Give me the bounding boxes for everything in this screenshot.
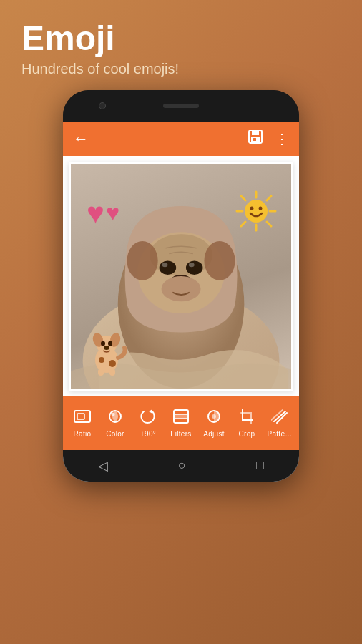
svg-line-25 (241, 222, 245, 226)
header-right: ⋮ (248, 129, 289, 148)
svg-point-34 (108, 341, 112, 346)
phone-screen: ← ⋮ (63, 122, 299, 482)
app-title: Emoji (21, 20, 341, 58)
color-label: Color (106, 430, 124, 438)
svg-point-11 (189, 263, 195, 267)
heart-icon-large: ♥ (87, 196, 104, 230)
toolbar-pattern[interactable]: Patte… (264, 409, 295, 438)
top-header: Emoji Hundreds of cool emojis! (0, 0, 362, 83)
nav-back-button[interactable]: ◁ (98, 458, 108, 474)
rotate-icon (140, 409, 157, 427)
svg-point-33 (101, 341, 105, 346)
svg-line-22 (241, 196, 245, 200)
bottom-toolbar: Ratio Color (63, 396, 299, 450)
adjust-label: Adjust (203, 430, 225, 438)
phone-wrapper: ← ⋮ (0, 90, 362, 644)
hearts-sticker[interactable]: ♥ ♥ (87, 196, 119, 230)
back-button[interactable]: ← (73, 130, 89, 148)
svg-line-24 (267, 196, 271, 200)
svg-rect-38 (98, 369, 104, 376)
svg-rect-3 (253, 138, 256, 141)
app-header-bar: ← ⋮ (63, 122, 299, 156)
filters-label: Filters (170, 430, 191, 438)
filters-icon (172, 409, 190, 427)
dog-emoji-sticker[interactable] (85, 328, 128, 378)
nav-recent-button[interactable]: □ (256, 458, 264, 473)
crop-icon (238, 409, 255, 427)
svg-point-16 (127, 241, 157, 280)
pattern-label: Patte… (267, 430, 292, 438)
phone-camera (99, 102, 106, 109)
svg-line-23 (267, 222, 271, 226)
svg-point-27 (250, 206, 254, 210)
svg-point-8 (160, 260, 177, 275)
save-icon[interactable] (248, 129, 263, 148)
svg-point-35 (104, 346, 109, 350)
color-icon (107, 409, 124, 427)
svg-rect-39 (109, 369, 115, 376)
sun-emoji-sticker[interactable] (234, 189, 278, 233)
svg-rect-41 (77, 414, 84, 419)
toolbar-adjust[interactable]: Adjust (198, 409, 230, 438)
svg-point-26 (245, 200, 268, 223)
svg-point-36 (99, 357, 104, 363)
ratio-label: Ratio (74, 430, 92, 438)
pattern-icon (271, 409, 288, 427)
ratio-icon (74, 409, 91, 427)
svg-rect-45 (174, 414, 188, 419)
svg-point-15 (162, 276, 201, 301)
svg-point-28 (259, 206, 263, 210)
toolbar-color[interactable]: Color (99, 409, 131, 438)
header-left: ← (73, 130, 89, 148)
svg-point-10 (162, 263, 168, 267)
svg-rect-1 (252, 130, 259, 135)
svg-point-7 (150, 234, 212, 276)
svg-point-43 (112, 412, 115, 416)
crop-label: Crop (239, 430, 255, 438)
nav-bar: ◁ ○ □ (63, 450, 299, 482)
more-options-icon[interactable]: ⋮ (275, 130, 289, 147)
adjust-icon (205, 409, 222, 427)
toolbar-ratio[interactable]: Ratio (67, 409, 98, 438)
toolbar-crop[interactable]: Crop (231, 409, 263, 438)
svg-point-17 (204, 241, 235, 280)
svg-point-37 (109, 360, 116, 367)
toolbar-rotate[interactable]: +90° (132, 409, 164, 438)
phone-bezel-top (63, 90, 299, 122)
svg-point-49 (212, 414, 216, 419)
phone-device: ← ⋮ (63, 90, 299, 482)
nav-home-button[interactable]: ○ (178, 458, 186, 473)
photo-background: ♥ ♥ (71, 164, 291, 389)
heart-icon-small: ♥ (106, 200, 119, 226)
photo-canvas[interactable]: ♥ ♥ (69, 162, 293, 391)
app-subtitle: Hundreds of cool emojis! (21, 61, 341, 77)
phone-speaker (163, 104, 199, 108)
toolbar-filters[interactable]: Filters (165, 409, 197, 438)
rotate-label: +90° (140, 430, 156, 438)
svg-point-9 (186, 260, 203, 275)
